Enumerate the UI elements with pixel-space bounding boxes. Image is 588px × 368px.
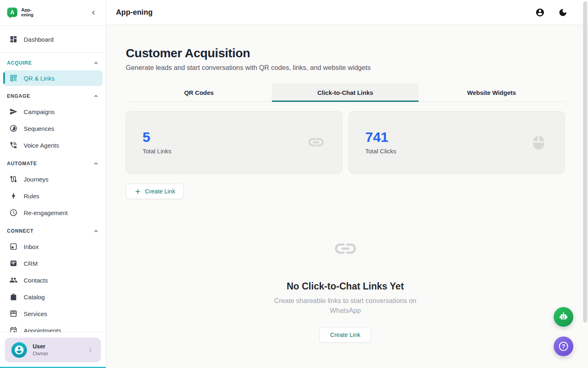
sidebar-divider xyxy=(0,52,106,53)
account-button[interactable] xyxy=(532,5,547,20)
sidebar-item-dashboard[interactable]: Dashboard xyxy=(3,31,102,47)
sidebar-section-acquire[interactable]: ACQUIRE xyxy=(3,58,102,68)
sidebar-item-qr-links[interactable]: QR & Links xyxy=(3,70,102,86)
sidebar-item-voice-agents[interactable]: Voice Agents xyxy=(3,137,102,153)
empty-state: No Click-to-Chat Links Yet Create sharea… xyxy=(126,238,565,343)
sidebar-item-catalog[interactable]: Catalog xyxy=(3,289,102,305)
user-name: User xyxy=(33,343,48,350)
link-icon xyxy=(332,238,359,259)
tab-bar: QR Codes Click-to-Chat Links Website Wid… xyxy=(126,83,565,102)
sidebar-item-contacts[interactable]: Contacts xyxy=(3,272,102,288)
stat-card-total-clicks: 741 Total Clicks xyxy=(349,111,565,173)
chatbot-fab[interactable] xyxy=(554,307,573,327)
sidebar-item-sequences[interactable]: Sequences xyxy=(3,120,102,137)
clock-icon xyxy=(9,209,18,217)
empty-state-title: No Click-to-Chat Links Yet xyxy=(126,281,565,292)
sidebar-item-label: Campaigns xyxy=(24,108,55,115)
user-meta: User Owner xyxy=(33,343,48,357)
storefront-icon xyxy=(9,310,18,318)
chevron-up-icon xyxy=(93,93,99,99)
inbox-icon xyxy=(9,242,18,251)
sidebar-section-automate[interactable]: AUTOMATE xyxy=(3,159,102,168)
kanban-icon xyxy=(9,259,18,267)
user-avatar xyxy=(11,342,27,358)
stat-value: 741 xyxy=(365,130,396,144)
stats-row: 5 Total Links 741 Total Clicks xyxy=(126,111,565,173)
svg-text:A: A xyxy=(10,9,14,16)
sidebar-item-label: Sequences xyxy=(24,125,54,132)
moon-icon xyxy=(558,8,568,17)
topbar: App-ening xyxy=(106,0,588,25)
stat-text: 741 Total Clicks xyxy=(365,130,396,155)
sidebar-section-engage[interactable]: ENGAGE xyxy=(3,91,102,101)
send-icon xyxy=(9,108,18,116)
plus-icon xyxy=(134,188,141,195)
bolt-icon xyxy=(9,192,18,200)
sidebar-item-label: QR & Links xyxy=(24,75,55,82)
topbar-actions xyxy=(532,5,570,20)
dashboard-icon xyxy=(9,35,18,43)
sidebar-item-label: Services xyxy=(24,310,47,317)
app-logo-text: App- ening xyxy=(21,8,33,17)
qr-code-icon xyxy=(9,74,18,82)
svg-text:?: ? xyxy=(562,343,566,350)
create-link-button-top[interactable]: Create Link xyxy=(126,184,184,199)
timelapse-icon xyxy=(9,124,18,132)
link-icon xyxy=(307,133,325,152)
stat-text: 5 Total Links xyxy=(143,130,172,155)
sidebar-item-re-engagement[interactable]: Re-engagement xyxy=(3,204,102,221)
tab-click-to-chat-links[interactable]: Click-to-Chat Links xyxy=(272,83,418,102)
sidebar-item-appointments[interactable]: Appointments xyxy=(3,322,102,332)
people-icon xyxy=(9,276,18,284)
tab-website-widgets[interactable]: Website Widgets xyxy=(419,83,565,101)
sidebar-item-label: Rules xyxy=(24,193,39,200)
stat-value: 5 xyxy=(143,130,172,144)
person-icon xyxy=(14,345,24,355)
sidebar-item-campaigns[interactable]: Campaigns xyxy=(3,103,102,120)
sidebar: A App- ening Dashboard ACQUIRE QR xyxy=(0,0,106,368)
section-label: CONNECT xyxy=(7,228,33,234)
sidebar-nav: Dashboard ACQUIRE QR & Links ENGAGE Camp… xyxy=(0,26,106,332)
sidebar-section-connect[interactable]: CONNECT xyxy=(3,226,102,236)
button-label: Create Link xyxy=(145,188,175,195)
vertical-scrollbar[interactable] xyxy=(583,1,587,323)
help-fab[interactable]: ? xyxy=(554,337,573,356)
chevron-left-icon xyxy=(90,9,97,16)
sidebar-item-inbox[interactable]: Inbox xyxy=(3,238,102,255)
user-card[interactable]: User Owner xyxy=(5,338,101,362)
sidebar-item-label: Contacts xyxy=(24,277,48,284)
mouse-icon xyxy=(529,133,548,152)
dark-mode-toggle[interactable] xyxy=(555,5,570,20)
section-label: ACQUIRE xyxy=(7,60,32,66)
sidebar-item-rules[interactable]: Rules xyxy=(3,188,102,204)
sidebar-item-label: Catalog xyxy=(24,294,45,301)
phone-in-talk-icon xyxy=(9,141,18,149)
sidebar-item-crm[interactable]: CRM xyxy=(3,255,102,272)
tab-qr-codes[interactable]: QR Codes xyxy=(126,83,272,101)
page-content: Customer Acquisition Generate leads and … xyxy=(106,25,588,343)
shopping-bag-icon xyxy=(9,293,18,301)
app-root: A App- ening Dashboard ACQUIRE QR xyxy=(0,0,588,368)
sidebar-item-journeys[interactable]: Journeys xyxy=(3,171,102,187)
stat-label: Total Clicks xyxy=(365,148,396,155)
sidebar-item-services[interactable]: Services xyxy=(3,305,102,322)
sidebar-logo-row: A App- ening xyxy=(0,0,106,26)
sidebar-item-label: Voice Agents xyxy=(24,142,59,149)
sidebar-item-label: Re-engagement xyxy=(24,209,68,216)
question-mark-icon: ? xyxy=(558,341,569,352)
calendar-icon xyxy=(9,326,18,332)
user-menu-button[interactable] xyxy=(85,343,95,357)
stat-card-total-links: 5 Total Links xyxy=(126,111,342,173)
sidebar-user-area: User Owner xyxy=(0,332,106,368)
app-logo-icon: A xyxy=(7,7,18,18)
sidebar-item-label: Appointments xyxy=(24,327,61,332)
chevron-up-icon xyxy=(93,228,99,234)
sidebar-item-label: Inbox xyxy=(24,243,39,250)
page-subtitle: Generate leads and start conversations w… xyxy=(126,64,565,72)
kebab-icon xyxy=(87,347,94,353)
create-link-button-empty-state[interactable]: Create Link xyxy=(319,327,371,343)
section-label: AUTOMATE xyxy=(7,161,37,166)
sidebar-item-label: Journeys xyxy=(24,176,49,183)
stat-label: Total Links xyxy=(143,148,172,155)
sidebar-collapse-button[interactable] xyxy=(88,7,99,18)
